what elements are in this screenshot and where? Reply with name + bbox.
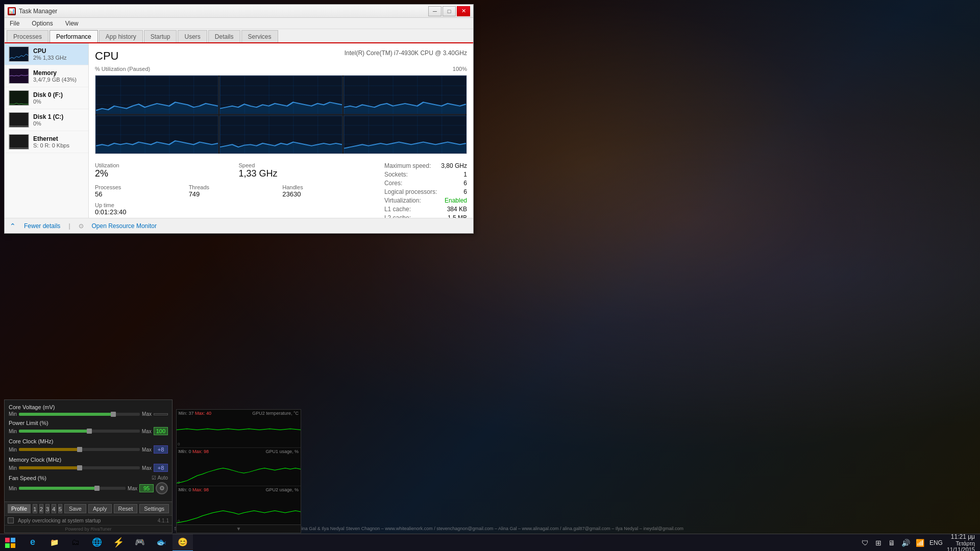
menu-view[interactable]: View (63, 19, 81, 28)
close-button[interactable]: ✕ (457, 6, 470, 16)
tab-processes[interactable]: Processes (7, 30, 48, 42)
fan-speed-thumb[interactable] (94, 486, 100, 491)
start-button[interactable] (0, 534, 20, 552)
core-clock-thumb[interactable] (77, 447, 82, 452)
fan-speed-value: 95 (139, 484, 154, 492)
taskbar-app8[interactable]: 😊 (173, 534, 193, 552)
power-limit-label: Power Limit (%) (9, 420, 168, 426)
apply-button[interactable]: Apply (88, 504, 112, 513)
taskbar-network[interactable]: 🎮 (130, 534, 150, 552)
core-voltage-thumb[interactable] (111, 412, 116, 417)
power-limit-bar[interactable] (19, 430, 140, 433)
svg-rect-4 (9, 135, 28, 149)
cpu-mini-graph (9, 46, 29, 62)
fan-speed-row: Fan Speed (%) ☑ Auto Min Max 95 ⚙ (9, 475, 168, 494)
core-clock-max: Max (142, 447, 152, 453)
logo-q1 (5, 538, 10, 542)
maximize-button[interactable]: □ (443, 6, 456, 16)
tray-windows[interactable]: ⊞ (873, 538, 884, 548)
taskbar-lightning[interactable]: ⚡ (108, 534, 129, 552)
utilization-stat-value: 2% (95, 168, 230, 179)
profile-1[interactable]: 1 (33, 504, 37, 513)
threads-label: Threads (189, 184, 281, 190)
speed-stat-value: 1,33 GHz (238, 168, 374, 179)
power-limit-min: Min (9, 429, 17, 434)
taskbar-chrome[interactable]: 🌐 (87, 534, 107, 552)
tab-performance[interactable]: Performance (50, 30, 98, 42)
taskbar-ie[interactable]: e (22, 534, 43, 552)
profile-label[interactable]: Profile (8, 504, 31, 513)
reset-button[interactable]: Reset (114, 504, 138, 513)
fewer-details-link[interactable]: Fewer details (24, 222, 60, 230)
memory-value: 3,4/7,9 GB (43%) (33, 77, 84, 83)
sockets-label: Sockets: (384, 171, 408, 178)
tab-startup[interactable]: Startup (144, 30, 177, 42)
cores-row: Cores: 6 (384, 180, 467, 187)
sidebar-item-disk0[interactable]: Disk 0 (F:) 0% (5, 87, 88, 109)
logo-q4 (11, 543, 15, 548)
handles-stat: Handles 23630 (282, 184, 374, 198)
menu-file[interactable]: File (8, 19, 21, 28)
tray-sound[interactable]: 🔊 (901, 538, 911, 548)
taskbar-folder[interactable]: 🗂 (65, 534, 86, 552)
gpu-monitor-panel: GPU2 temperature, °C Min: 37 Max: 40 70 … (176, 409, 301, 533)
title-left: 📊 Task Manager (8, 7, 57, 15)
taskbar-explorer[interactable]: 📁 (44, 534, 64, 552)
sockets-row: Sockets: 1 (384, 171, 467, 178)
disk1-info: Disk 1 (C:) 0% (33, 113, 84, 127)
core-voltage-label: Core Voltage (mV) (9, 404, 168, 410)
save-button[interactable]: Save (64, 504, 86, 513)
memory-clock-thumb[interactable] (77, 465, 82, 470)
chevron-up-icon: ⌃ (10, 222, 16, 230)
core-clock-bar[interactable] (19, 448, 140, 451)
memory-clock-fill (19, 466, 82, 469)
tray-antivirus[interactable]: 🛡 (860, 538, 870, 548)
taskbar-game[interactable]: 🐟 (151, 534, 172, 552)
logical-value: 6 (463, 188, 467, 195)
sidebar-item-disk1[interactable]: Disk 1 (C:) 0% (5, 109, 88, 131)
profile-5[interactable]: 5 (58, 504, 62, 513)
profile-2[interactable]: 2 (39, 504, 43, 513)
sidebar-item-ethernet[interactable]: Ethernet S: 0 R: 0 Kbps (5, 131, 88, 153)
fan-speed-bar[interactable] (19, 487, 126, 490)
fan-speed-min: Min (9, 486, 17, 491)
clock-date: 11/11/2015 (947, 546, 975, 552)
minimize-button[interactable]: ─ (428, 6, 442, 16)
sidebar-item-memory[interactable]: Memory 3,4/7,9 GB (43%) (5, 65, 88, 87)
tab-users[interactable]: Users (178, 30, 207, 42)
lightning-icon: ⚡ (112, 536, 125, 548)
power-limit-thumb[interactable] (87, 429, 92, 434)
menu-options[interactable]: Options (30, 19, 55, 28)
sidebar-item-cpu[interactable]: CPU 2% 1,33 GHz (5, 43, 88, 65)
profile-4[interactable]: 4 (52, 504, 56, 513)
core-voltage-min: Min (9, 411, 17, 417)
handles-label: Handles (282, 184, 374, 190)
tab-app-history[interactable]: App history (99, 30, 143, 42)
disk1-value: 0% (33, 120, 84, 127)
speed-stat-label: Speed (238, 162, 374, 168)
core-clock-track: Min Max +8 (9, 445, 168, 454)
core-voltage-bar[interactable] (19, 413, 140, 416)
power-limit-value: 100 (154, 427, 168, 435)
ie-icon: e (27, 536, 39, 548)
tray-network-status[interactable]: 📶 (915, 538, 925, 548)
core-voltage-max: Max (142, 411, 152, 417)
resource-monitor-link[interactable]: Open Resource Monitor (92, 222, 157, 230)
tab-details[interactable]: Details (208, 30, 240, 42)
taskbar-clock[interactable]: 11:21 μμ Τετάρτη 11/11/2015 (947, 533, 975, 552)
profile-3[interactable]: 3 (45, 504, 50, 513)
startup-checkbox[interactable] (8, 517, 14, 523)
fan-speed-max: Max (128, 486, 137, 491)
core-clock-row: Core Clock (MHz) Min Max +8 (9, 438, 168, 454)
body: CPU 2% 1,33 GHz Memory 3,4/7,9 GB (43%) (5, 43, 473, 218)
fan-icon: ⚙ (156, 482, 168, 494)
monitor-scrollbar[interactable]: ▼ (177, 524, 301, 533)
cores-label: Cores: (384, 180, 402, 187)
language-indicator[interactable]: ENG (929, 539, 943, 546)
tab-services[interactable]: Services (241, 30, 278, 42)
tray-monitor[interactable]: 🖥 (887, 538, 897, 548)
core-voltage-track: Min Max (9, 411, 168, 417)
memory-clock-bar[interactable] (19, 466, 140, 469)
settings-button[interactable]: Settings (139, 504, 169, 513)
cpu-graph-core5 (219, 115, 342, 154)
